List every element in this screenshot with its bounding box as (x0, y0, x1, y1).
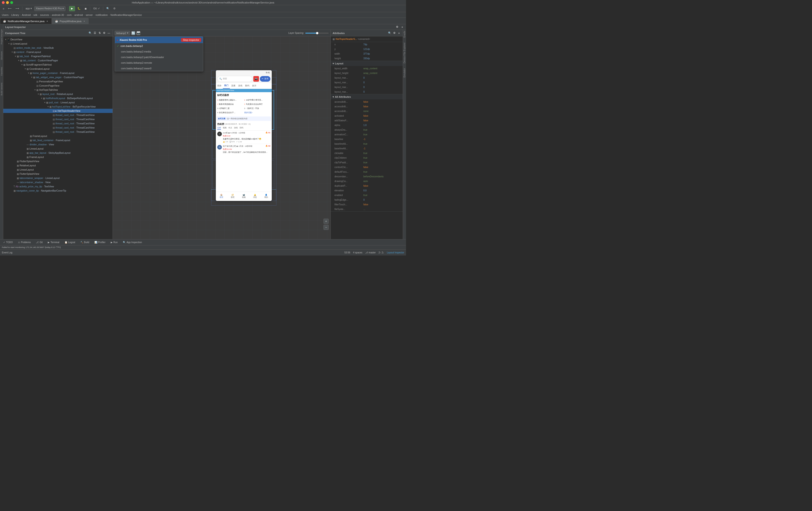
bottom-tab-logcat[interactable]: 📋 Logcat (62, 240, 78, 245)
stop-button[interactable]: ⏹ (83, 6, 88, 11)
tree-item-coordinator[interactable]: ▾ ▦ CoordinatorLayout (3, 67, 113, 71)
phone-camera-btn[interactable]: 📷 (253, 76, 259, 82)
tree-item-content[interactable]: ▾ ▦ content - FrameLayout (3, 50, 113, 54)
run-button[interactable]: ▶ (69, 6, 75, 11)
tree-item-app-bar[interactable]: ▦ app_bar_layout - StickyAppBarLayout (3, 151, 113, 155)
tree-item-tabcontainer-wrapper[interactable]: ▦ tabcontainer_wrapper - LinearLayout (3, 176, 113, 180)
tab-digital[interactable]: 数码 (244, 83, 251, 89)
status-branch[interactable]: ⎇ master (365, 251, 376, 254)
layout-inspector-close[interactable]: × (400, 25, 404, 29)
tree-item-action-mode-bar[interactable]: ▤ action_mode_bar_stub - ViewStub (3, 46, 113, 50)
tree-item-hot-refresh[interactable]: ▾ ▦ hotRefreshLayout - BdSwipeRefreshLay… (3, 96, 113, 100)
tree-item-linearlayout[interactable]: ▾ ▥ LinearLayout (3, 42, 113, 46)
topic-6[interactable]: 3 《指环王》手游 (244, 107, 270, 110)
breadcrumb-android-30[interactable]: android-30 (52, 14, 64, 16)
tab-entertainment[interactable]: 娱乐 (251, 83, 258, 89)
tree-item-hot-topic-tab[interactable]: ▾ ▦ HotTopicTabView (3, 88, 113, 92)
breadcrumb-com[interactable]: com (67, 14, 72, 16)
tree-item-hot-topic-list[interactable]: ▾ ▦ hotTopicListView - BdTypeRecyclerVie… (3, 105, 113, 109)
tree-item-thread-card-1[interactable]: ▤ thread_card_root - ThreadCardView (3, 113, 113, 117)
tree-item-linearlayout-2[interactable]: ▦ LinearLayout (3, 146, 113, 151)
dropdown-process-0[interactable]: ✓ com.baidu.tiebanp2 (115, 43, 203, 49)
dropdown-process-2[interactable]: com.baidu.tiebanp2:patchDownloader (115, 54, 203, 60)
attr-close-btn[interactable]: × (397, 31, 401, 35)
breadcrumb-sdk[interactable]: sdk (33, 14, 37, 16)
tab-close-notification[interactable]: × (46, 20, 49, 23)
tab-notification-manager[interactable]: ☕ NotificationManagerService.java × (0, 18, 52, 24)
tree-item-thread-card-2[interactable]: ▤ thread_card_root - ThreadCardView (3, 117, 113, 121)
tree-item-thread-card-3[interactable]: ▤ thread_card_root - ThreadCardView (3, 121, 113, 126)
tree-item-tab-content[interactable]: ▾ ▦ tab_content - CustomViewPager (3, 58, 113, 62)
event-log-btn[interactable]: Event Log (2, 251, 12, 254)
settings-button[interactable]: ⚙ (112, 6, 117, 11)
layout-inspector-settings[interactable]: ⚙ (395, 25, 399, 29)
device-process-selector[interactable]: tiebanp2 ▾ (115, 31, 130, 35)
topic-7[interactable]: 4 全红婵全运会女子... (217, 111, 243, 114)
more-topics[interactable]: 更多话题 › (244, 111, 270, 114)
hot-tab-all[interactable]: 总榜 (217, 127, 221, 130)
topic-4[interactable]: 2 马龙退出全运会单打 (244, 102, 270, 106)
bottom-tab-git[interactable]: ⎇ Git (34, 240, 45, 245)
zoom-out-btn[interactable]: − (323, 225, 329, 230)
tree-item-divider[interactable]: — divider_shadow - View (3, 142, 113, 146)
menu-button[interactable]: ≡ (1, 6, 6, 11)
tree-item-thread-card-5[interactable]: ▤ thread_card_root - ThreadCardView (3, 130, 113, 134)
layout-section-header[interactable]: ▾ Layout (331, 61, 403, 66)
device-selector[interactable]: Xiaomi Redmi K30 Pro ▾ (34, 6, 65, 11)
nav-home[interactable]: 🏠 首页 (220, 194, 223, 198)
bottom-tab-terminal[interactable]: ▶ Terminal (46, 240, 62, 245)
tree-item-relative[interactable]: ▦ RelativeLayout (3, 163, 113, 167)
tree-item-tab-widget[interactable]: ▾ ▦ tab_widget_view_pager - CustomViewPa… (3, 75, 113, 79)
tree-item-pull-root[interactable]: ▾ ▦ pull_root - LinearLayout (3, 100, 113, 105)
all-attrs-section-header[interactable]: ▾ All Attributes (331, 94, 403, 100)
git-button[interactable]: Git: ✓ (92, 6, 102, 11)
search-button[interactable]: 🔍 (105, 6, 111, 11)
stop-inspector-btn[interactable]: Stop inspector (181, 38, 201, 42)
tree-item-decorview[interactable]: ▾ 📱 DecorView (3, 37, 113, 42)
snapshot-btn[interactable]: 📷 (137, 31, 140, 35)
bottom-tab-app-inspection[interactable]: 🔍 App Inspection (120, 240, 144, 245)
dropdown-process-3[interactable]: com.baidu.tiebanp2:remote (115, 60, 203, 65)
topic-3[interactable]: 2 换新衣我选婚品会 (217, 102, 243, 106)
bottom-tab-profiler[interactable]: 📊 Profiler (92, 240, 108, 245)
dropdown-process-1[interactable]: com.baidu.tiebanp2:media (115, 49, 203, 54)
right-tab-emulator[interactable]: Emulator (403, 68, 406, 78)
tab-close-popup[interactable]: × (83, 20, 86, 23)
tree-settings[interactable]: ⚙ (102, 31, 106, 35)
topic-1[interactable]: 1 福建新增本土确诊2... (217, 98, 243, 102)
favorites-label[interactable]: Favorites (0, 67, 3, 76)
zoom-in-btn[interactable]: + (323, 219, 329, 224)
build-variants-label[interactable]: Build Variants (0, 83, 3, 96)
tree-item-tabcontainer-shadow[interactable]: — tabcontainer_shadow - View (3, 180, 113, 184)
expand-btn[interactable]: ⇅ (98, 31, 102, 35)
dropdown-process-4[interactable]: com.baidu.tiebanp2:swan0 (115, 65, 203, 71)
attr-search-btn[interactable]: 🔍 (388, 31, 392, 35)
breadcrumb-library[interactable]: Library (11, 14, 19, 16)
topic-2[interactable]: 1 18岁华裔小将夺美... (244, 98, 270, 102)
tree-item-flutter-1[interactable]: ▦ FlutterSplashView (3, 159, 113, 163)
tree-item-thread-card-4[interactable]: ▤ thread_card_root - ThreadCardView (3, 126, 113, 130)
tree-item-layout-root[interactable]: ▾ ▦ layout_root - RelativeLayout (3, 92, 113, 96)
layout-inspector-status-btn[interactable]: Layout Inspector (387, 251, 404, 254)
tab-popup-window[interactable]: ☕ PopupWindow.java × (52, 18, 89, 24)
breadcrumb-android[interactable]: Android (22, 14, 31, 16)
attr-settings-btn[interactable]: ⚙ (393, 31, 396, 35)
right-tab-device-files[interactable]: Device File Explorer (403, 43, 406, 63)
tree-item-concern[interactable]: ▤ ConcernPageView (3, 83, 113, 88)
tree-item-personalize[interactable]: ▤ PersonalizePageView (3, 79, 113, 83)
phone-post-btn[interactable]: ✏ 发布 (260, 76, 270, 82)
tree-item-hot-topic-header[interactable]: ▤ ▸ HotTopicHeaderView (3, 109, 113, 113)
tree-item-nav-cover[interactable]: ▦ navigation_cover_tip - NavigationBarCo… (3, 189, 113, 193)
tree-item-activity-prize[interactable]: T Ab activity_prize_my_tip - TextView (3, 184, 113, 189)
nav-video[interactable]: 📹 视频 (242, 194, 245, 198)
tab-live[interactable]: 直播 (230, 83, 237, 89)
breadcrumb-server[interactable]: server (86, 14, 93, 16)
debug-button[interactable]: 🐛 (76, 6, 82, 11)
tree-more[interactable]: — (107, 31, 111, 35)
hot-tab-game[interactable]: 游戏 (234, 127, 238, 130)
breadcrumb-users[interactable]: Users (2, 14, 9, 16)
structure-label[interactable]: Structure (0, 51, 3, 60)
hot-tab-long[interactable]: 长文 (228, 127, 232, 130)
bottom-tab-build[interactable]: 🔨 Build (78, 240, 92, 245)
app-selector[interactable]: app ▾ (24, 6, 33, 11)
